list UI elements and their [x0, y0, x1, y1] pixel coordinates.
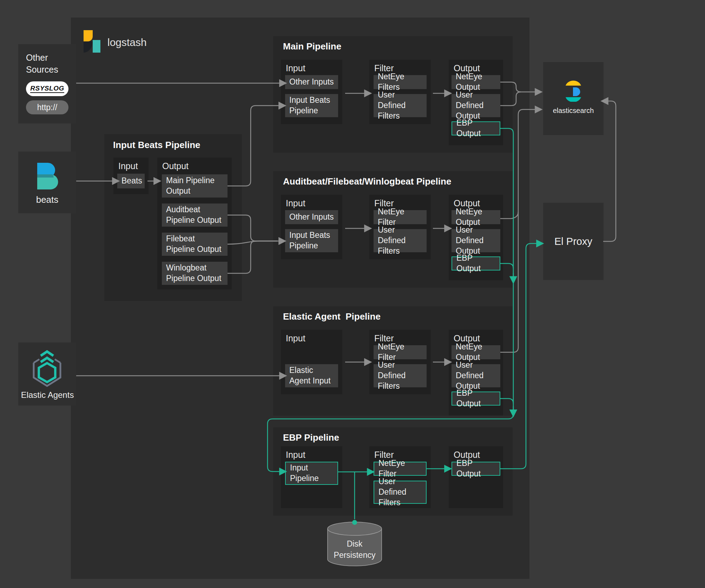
chip-main-user-defined-filters: User Defined Filters [374, 94, 427, 117]
chip-abw-user-defined-filters: User Defined Filters [374, 229, 427, 252]
elasticsearch-label: elasticsearch [543, 107, 604, 115]
chip-abw-neteye-filter: NetEye Filter [374, 210, 427, 224]
chip-ibp-filebeat-pipeline-output: Filebeat Pipeline Output [162, 233, 228, 256]
elastic-agents-label: Elastic Agents [14, 390, 81, 400]
chip-ibp-beats: Beats [117, 174, 145, 188]
logstash-logo-icon [84, 30, 101, 53]
chip-ibp-main-pipeline-output: Main Pipeline Output [162, 174, 228, 198]
ibp-input-header: Input [118, 161, 138, 171]
chip-abw-ebp-output: EBP Output [452, 256, 500, 270]
chip-abw-neteye-output: NetEye Output [452, 210, 500, 224]
chip-ebp-ebp-output: EBP Output [452, 462, 500, 476]
elasticsearch-logo-icon [565, 79, 582, 102]
chip-main-other-inputs: Other Inputs [285, 75, 338, 89]
elastic-agent-icon [29, 347, 65, 389]
chip-ibp-auditbeat-pipeline-output: Auditbeat Pipeline Output [162, 203, 228, 227]
rsyslog-badge: rsyslog [26, 81, 68, 96]
chip-ea-neteye-filter: NetEye Filter [374, 345, 427, 359]
http-label: http:// [37, 103, 58, 112]
chip-ebp-user-defined-filters: User Defined Filters [374, 481, 427, 504]
beats-label: beats [18, 194, 76, 205]
chip-ea-ebp-output: EBP Output [452, 392, 500, 406]
el-proxy-label: El Proxy [543, 236, 604, 247]
chip-ea-elastic-agent-input: Elastic Agent Input [285, 364, 338, 387]
http-badge: http:// [26, 100, 68, 114]
rsyslog-label: rsyslog [30, 85, 64, 93]
abw-input-header: Input [286, 198, 305, 208]
abw-pipeline-title: Auditbeat/Filebeat/Winlogbeat Pipeline [283, 176, 451, 187]
other-sources-title: Other Sources [26, 52, 65, 76]
chip-abw-input-beats-pipeline: Input Beats Pipeline [285, 229, 338, 252]
main-pipeline-title: Main Pipeline [283, 41, 341, 52]
ea-input-header: Input [286, 333, 305, 343]
chip-main-user-defined-output: User Defined Output [452, 94, 500, 117]
logstash-wordmark: logstash [107, 36, 147, 48]
input-beats-pipeline-title: Input Beats Pipeline [113, 140, 200, 151]
chip-abw-other-inputs: Other Inputs [285, 210, 338, 224]
chip-ea-user-defined-output: User Defined Output [452, 364, 500, 387]
chip-main-ebp-output: EBP Output [452, 121, 500, 135]
ebp-pipeline-title: EBP Pipeline [283, 432, 339, 443]
ea-pipeline-title: Elastic Agent Pipeline [283, 311, 381, 322]
chip-main-input-beats-pipeline: Input Beats Pipeline [285, 94, 338, 117]
chip-main-neteye-output: NetEye Output [452, 75, 500, 89]
chip-ea-neteye-output: NetEye Output [452, 345, 500, 359]
main-input-header: Input [286, 63, 305, 73]
diagram-canvas: logstash Other Sources rsyslog http:// b… [0, 0, 705, 588]
beats-logo-icon [37, 163, 60, 190]
chip-ea-user-defined-filters: User Defined Filters [374, 364, 427, 387]
chip-ebp-neteye-filter: NetEye Filter [374, 462, 427, 476]
chip-main-neteye-filters: NetEye Filters [374, 75, 427, 89]
ebp-input-header: Input [286, 450, 305, 460]
chip-abw-user-defined-output: User Defined Output [452, 229, 500, 252]
ibp-output-header: Output [162, 161, 189, 171]
disk-persistency-label: Disk Persistency [328, 538, 382, 561]
chip-ibp-winlogbeat-pipeline-output: Winlogbeat Pipeline Output [162, 262, 228, 285]
chip-ebp-input-pipeline: Input Pipeline [285, 462, 338, 485]
